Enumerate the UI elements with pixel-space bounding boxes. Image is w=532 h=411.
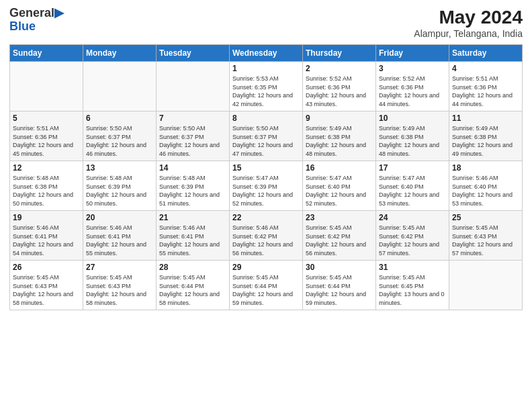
day-info: Sunrise: 5:45 AMSunset: 6:43 PMDaylight:… [13,273,80,307]
day-info: Sunrise: 5:48 AMSunset: 6:39 PMDaylight:… [86,174,153,208]
day-number: 9 [306,113,373,123]
table-row: 5Sunrise: 5:51 AMSunset: 6:36 PMDaylight… [10,111,83,161]
day-number: 12 [13,163,80,173]
day-number: 2 [306,64,373,73]
table-row [449,261,523,310]
day-info: Sunrise: 5:45 AMSunset: 6:43 PMDaylight:… [452,224,519,257]
day-number: 17 [379,163,446,173]
table-row: 14Sunrise: 5:48 AMSunset: 6:39 PMDayligh… [157,161,230,211]
day-number: 10 [379,113,446,123]
day-info: Sunrise: 5:47 AMSunset: 6:39 PMDaylight:… [232,174,300,208]
day-info: Sunrise: 5:51 AMSunset: 6:36 PMDaylight:… [13,124,80,158]
day-info: Sunrise: 5:46 AMSunset: 6:41 PMDaylight:… [13,224,80,257]
table-row: 3Sunrise: 5:52 AMSunset: 6:36 PMDaylight… [376,62,449,111]
day-number: 16 [306,163,373,173]
day-info: Sunrise: 5:53 AMSunset: 6:35 PMDaylight:… [232,75,300,108]
day-info: Sunrise: 5:45 AMSunset: 6:42 PMDaylight:… [306,224,373,257]
col-sunday: Sunday [10,45,83,62]
table-row: 27Sunrise: 5:45 AMSunset: 6:43 PMDayligh… [83,261,157,310]
table-row: 2Sunrise: 5:52 AMSunset: 6:36 PMDaylight… [303,62,376,111]
table-row: 20Sunrise: 5:46 AMSunset: 6:41 PMDayligh… [83,211,157,261]
table-row: 18Sunrise: 5:46 AMSunset: 6:40 PMDayligh… [449,161,523,211]
day-number: 6 [86,113,153,123]
day-number: 4 [452,64,519,73]
table-row: 17Sunrise: 5:47 AMSunset: 6:40 PMDayligh… [376,161,449,211]
table-row: 7Sunrise: 5:50 AMSunset: 6:37 PMDaylight… [157,111,230,161]
header: General▶ Blue May 2024 Alampur, Telangan… [9,7,523,39]
table-row: 16Sunrise: 5:47 AMSunset: 6:40 PMDayligh… [303,161,376,211]
col-thursday: Thursday [303,45,376,62]
day-info: Sunrise: 5:48 AMSunset: 6:38 PMDaylight:… [13,174,80,208]
day-info: Sunrise: 5:47 AMSunset: 6:40 PMDaylight:… [306,174,373,208]
table-row: 21Sunrise: 5:46 AMSunset: 6:41 PMDayligh… [157,211,230,261]
day-number: 14 [159,163,226,173]
day-number: 27 [86,263,153,272]
day-info: Sunrise: 5:50 AMSunset: 6:37 PMDaylight:… [159,124,226,158]
day-info: Sunrise: 5:46 AMSunset: 6:42 PMDaylight:… [232,224,300,257]
day-number: 11 [452,113,519,123]
day-number: 25 [452,213,519,222]
day-number: 29 [232,263,300,272]
day-number: 23 [306,213,373,222]
table-row: 19Sunrise: 5:46 AMSunset: 6:41 PMDayligh… [10,211,83,261]
table-row: 12Sunrise: 5:48 AMSunset: 6:38 PMDayligh… [10,161,83,211]
table-row: 28Sunrise: 5:45 AMSunset: 6:44 PMDayligh… [157,261,230,310]
subtitle: Alampur, Telangana, India [414,28,523,39]
col-saturday: Saturday [449,45,523,62]
day-info: Sunrise: 5:46 AMSunset: 6:41 PMDaylight:… [86,224,153,257]
day-number: 22 [232,213,300,222]
day-number: 8 [232,113,300,123]
day-number: 31 [379,263,446,272]
logo-blue-text: Blue [9,19,36,33]
day-info: Sunrise: 5:51 AMSunset: 6:36 PMDaylight:… [452,75,519,108]
col-friday: Friday [376,45,449,62]
day-info: Sunrise: 5:52 AMSunset: 6:36 PMDaylight:… [306,75,373,108]
day-number: 19 [13,213,80,222]
header-row: Sunday Monday Tuesday Wednesday Thursday… [10,45,523,62]
table-row: 25Sunrise: 5:45 AMSunset: 6:43 PMDayligh… [449,211,523,261]
day-number: 1 [232,64,300,73]
day-info: Sunrise: 5:48 AMSunset: 6:39 PMDaylight:… [159,174,226,208]
table-row: 26Sunrise: 5:45 AMSunset: 6:43 PMDayligh… [10,261,83,310]
day-info: Sunrise: 5:45 AMSunset: 6:44 PMDaylight:… [159,273,226,307]
table-row: 22Sunrise: 5:46 AMSunset: 6:42 PMDayligh… [230,211,303,261]
calendar-week-5: 26Sunrise: 5:45 AMSunset: 6:43 PMDayligh… [10,261,523,310]
table-row: 10Sunrise: 5:49 AMSunset: 6:38 PMDayligh… [376,111,449,161]
table-row: 4Sunrise: 5:51 AMSunset: 6:36 PMDaylight… [449,62,523,111]
day-info: Sunrise: 5:47 AMSunset: 6:40 PMDaylight:… [379,174,446,208]
calendar-week-3: 12Sunrise: 5:48 AMSunset: 6:38 PMDayligh… [10,161,523,211]
day-info: Sunrise: 5:45 AMSunset: 6:43 PMDaylight:… [86,273,153,307]
table-row [83,62,157,111]
calendar-week-4: 19Sunrise: 5:46 AMSunset: 6:41 PMDayligh… [10,211,523,261]
day-number: 7 [159,113,226,123]
day-info: Sunrise: 5:45 AMSunset: 6:44 PMDaylight:… [232,273,300,307]
logo-general-text: General [9,6,54,19]
day-number: 3 [379,64,446,73]
day-number: 5 [13,113,80,123]
day-number: 24 [379,213,446,222]
col-tuesday: Tuesday [157,45,230,62]
table-row [10,62,83,111]
page: General▶ Blue May 2024 Alampur, Telangan… [0,0,532,411]
day-number: 28 [159,263,226,272]
day-number: 26 [13,263,80,272]
table-row: 11Sunrise: 5:49 AMSunset: 6:38 PMDayligh… [449,111,523,161]
table-row: 15Sunrise: 5:47 AMSunset: 6:39 PMDayligh… [230,161,303,211]
day-number: 21 [159,213,226,222]
day-info: Sunrise: 5:45 AMSunset: 6:45 PMDaylight:… [379,273,446,307]
table-row: 23Sunrise: 5:45 AMSunset: 6:42 PMDayligh… [303,211,376,261]
table-row [157,62,230,111]
calendar-table: Sunday Monday Tuesday Wednesday Thursday… [9,44,523,310]
day-info: Sunrise: 5:46 AMSunset: 6:41 PMDaylight:… [159,224,226,257]
table-row: 6Sunrise: 5:50 AMSunset: 6:37 PMDaylight… [83,111,157,161]
table-row: 9Sunrise: 5:49 AMSunset: 6:38 PMDaylight… [303,111,376,161]
day-number: 30 [306,263,373,272]
day-info: Sunrise: 5:52 AMSunset: 6:36 PMDaylight:… [379,75,446,108]
table-row: 1Sunrise: 5:53 AMSunset: 6:35 PMDaylight… [230,62,303,111]
day-number: 15 [232,163,300,173]
calendar-week-1: 1Sunrise: 5:53 AMSunset: 6:35 PMDaylight… [10,62,523,111]
day-number: 18 [452,163,519,173]
day-info: Sunrise: 5:45 AMSunset: 6:42 PMDaylight:… [379,224,446,257]
table-row: 29Sunrise: 5:45 AMSunset: 6:44 PMDayligh… [230,261,303,310]
table-row: 13Sunrise: 5:48 AMSunset: 6:39 PMDayligh… [83,161,157,211]
